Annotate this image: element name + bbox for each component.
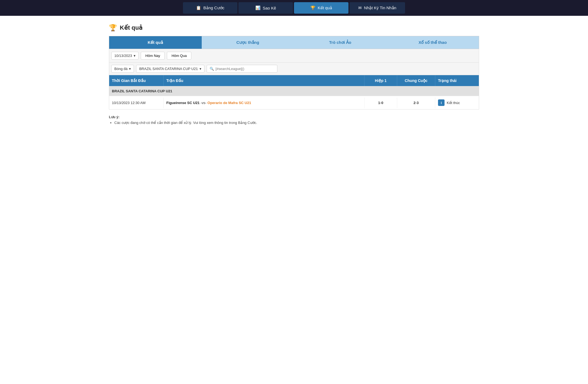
nav-bang-cuoc-label: Bảng Cước xyxy=(203,5,224,10)
group-brazil: BRAZIL SANTA CATARINA CUP U21 xyxy=(109,86,479,96)
note-item: Các cược đang chờ có thể cần thời gian đ… xyxy=(114,121,479,125)
date-picker[interactable]: 10/13/2023 xyxy=(111,52,139,60)
team-away: Operario de Mafra SC U21 xyxy=(207,101,251,105)
league-search-box[interactable]: 🔍 xyxy=(207,65,277,73)
sport-chevron-icon xyxy=(129,67,131,71)
league-label: BRAZIL SANTA CATARINA CUP U21 xyxy=(139,67,198,71)
search-icon: 🔍 xyxy=(210,67,214,71)
match-teams: Figueirense SC U21 -vs- Operario de Mafr… xyxy=(164,97,365,108)
sport-select[interactable]: Bóng đá xyxy=(111,65,134,73)
match-time: 10/13/2023 12:30 AM xyxy=(109,97,164,108)
nav-bang-cuoc[interactable]: 📋 Bảng Cước xyxy=(183,2,237,14)
nav-ket-qua-label: Kết quả xyxy=(318,5,332,10)
header-half: Hiệp 1 xyxy=(365,75,397,86)
today-button[interactable]: Hôm Nay xyxy=(141,52,165,60)
header-status: Trạng thái xyxy=(435,75,479,86)
sport-label: Bóng đá xyxy=(114,67,127,71)
filter-row-1: 10/13/2023 Hôm Nay Hôm Qua xyxy=(109,49,479,63)
top-navigation: 📋 Bảng Cước 📊 Sao Kê 🏆 Kết quả ✉ Nhật Ký… xyxy=(0,0,588,16)
full-score: 2-3 xyxy=(397,97,435,108)
bang-cuoc-icon: 📋 xyxy=(196,5,201,10)
nav-nhat-ky[interactable]: ✉ Nhật Ký Tin Nhắn xyxy=(350,2,405,14)
match-status: i Kết thúc xyxy=(435,96,479,109)
table-row: 10/13/2023 12:30 AM Figueirense SC U21 -… xyxy=(109,96,479,109)
notes-section: Lưu ý: Các cược đang chờ có thể cần thời… xyxy=(109,115,479,125)
status-text: Kết thúc xyxy=(447,101,460,105)
chevron-down-icon xyxy=(134,54,136,58)
header-match: Trận Đấu xyxy=(164,75,365,86)
tab-ket-qua[interactable]: Kết quả xyxy=(109,36,202,49)
nav-sao-ke[interactable]: 📊 Sao Kê xyxy=(238,2,293,14)
section-title: 🏆 Kết quả xyxy=(109,24,479,32)
tab-cuoc-thang[interactable]: Cược thắng xyxy=(202,36,294,49)
nav-nhat-ky-label: Nhật Ký Tin Nhắn xyxy=(364,5,396,10)
section-title-text: Kết quả xyxy=(120,24,142,31)
date-value: 10/13/2023 xyxy=(114,54,132,58)
info-button[interactable]: i xyxy=(438,99,445,106)
table-header: Thời Gian Bắt Đầu Trận Đấu Hiệp 1 Chung … xyxy=(109,75,479,86)
half-score: 1-0 xyxy=(365,97,397,108)
team-home: Figueirense SC U21 xyxy=(166,101,200,105)
tabs-row: Kết quả Cược thắng Trò chơi Ảo Xổ số thể… xyxy=(109,36,479,49)
results-table: Thời Gian Bắt Đầu Trận Đấu Hiệp 1 Chung … xyxy=(109,75,479,109)
header-time: Thời Gian Bắt Đầu xyxy=(109,75,164,86)
ket-qua-nav-icon: 🏆 xyxy=(310,5,316,10)
nav-ket-qua[interactable]: 🏆 Kết quả xyxy=(294,2,348,14)
vs-separator: -vs- xyxy=(201,101,207,105)
sao-ke-icon: 📊 xyxy=(255,5,261,10)
header-full: Chung Cuộc xyxy=(397,75,435,86)
filter-row-2: Bóng đá BRAZIL SANTA CATARINA CUP U21 🔍 xyxy=(109,63,479,75)
league-chevron-icon xyxy=(200,67,201,71)
section-icon: 🏆 xyxy=(109,24,117,32)
notes-list: Các cược đang chờ có thể cần thời gian đ… xyxy=(109,121,479,125)
nhat-ky-icon: ✉ xyxy=(358,5,362,10)
page-content: 🏆 Kết quả Kết quả Cược thắng Trò chơi Ảo… xyxy=(103,16,485,134)
notes-title: Lưu ý: xyxy=(109,115,479,119)
search-input[interactable] xyxy=(216,67,274,71)
yesterday-button[interactable]: Hôm Qua xyxy=(167,52,191,60)
nav-sao-ke-label: Sao Kê xyxy=(263,6,276,10)
tab-tro-choi-ao[interactable]: Trò chơi Ảo xyxy=(294,36,387,49)
league-select[interactable]: BRAZIL SANTA CATARINA CUP U21 xyxy=(136,65,204,73)
tab-xo-so[interactable]: Xổ số thể thao xyxy=(387,36,479,49)
